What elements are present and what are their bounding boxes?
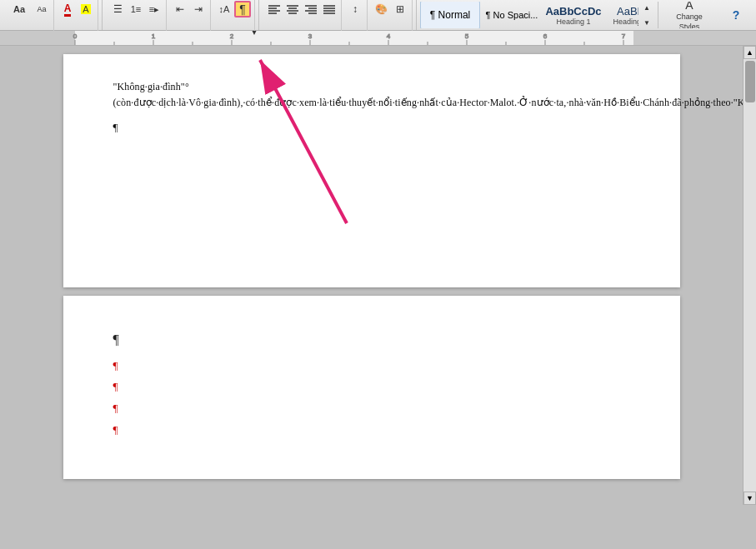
font-size-btn[interactable]: Aa	[7, 1, 32, 17]
font-small-btn[interactable]: Aa	[33, 1, 50, 17]
style-no-spacing[interactable]: ¶ No Spaci...	[482, 2, 542, 28]
change-styles-label: Change Styles	[676, 12, 703, 28]
multilevel-list-btn[interactable]: ≡▸	[146, 1, 163, 17]
page2-mark1: ¶	[113, 329, 630, 351]
doc-scroll[interactable]: "Không·gia·đình"°(còn·được·dịch·là·Vô·gi…	[0, 46, 743, 505]
scroll-down-btn[interactable]: ▼	[743, 492, 756, 505]
style-heading1-label: Heading 1	[556, 17, 590, 26]
justify-btn[interactable]	[321, 1, 338, 17]
page2-mark5: ¶	[113, 422, 630, 439]
shading-btn[interactable]: 🎨	[373, 1, 390, 17]
ribbon-top: Aa Aa A A ☰ 1≡ ≡▸	[0, 0, 756, 31]
svg-text:3: 3	[308, 32, 313, 40]
align-right-btn[interactable]	[303, 1, 319, 17]
page1-paragraph2: ¶	[113, 119, 630, 137]
style-normal[interactable]: ¶ Normal	[420, 2, 480, 28]
page2-content: ¶ ¶ ¶ ¶ ¶	[113, 321, 630, 439]
page2-mark2: ¶	[113, 357, 630, 375]
style-heading1[interactable]: AaBbCcDc Heading 1	[543, 2, 603, 28]
svg-text:0: 0	[73, 32, 78, 40]
svg-rect-18	[75, 31, 633, 45]
page2-mark4: ¶	[113, 400, 630, 417]
align-center-btn[interactable]	[284, 1, 301, 17]
borders-btn[interactable]: ⊞	[392, 1, 408, 17]
font-color-btn[interactable]: A	[59, 1, 76, 17]
page1-paragraph: "Không·gia·đình"°(còn·được·dịch·là·Vô·gi…	[113, 79, 630, 111]
sort-btn[interactable]: ↕A	[216, 1, 233, 17]
svg-text:2: 2	[230, 32, 234, 40]
show-hide-btn[interactable]: ¶	[234, 1, 251, 17]
svg-text:5: 5	[465, 32, 469, 40]
svg-rect-16	[0, 31, 75, 45]
page-1[interactable]: "Không·gia·đình"°(còn·được·dịch·là·Vô·gi…	[63, 54, 680, 287]
scroll-up-btn[interactable]: ▲	[743, 46, 756, 59]
change-styles-btn[interactable]: A Change Styles	[661, 2, 718, 28]
decrease-indent-btn[interactable]: ⇤	[172, 1, 188, 17]
styles-scroll-up-btn[interactable]: ▲	[638, 2, 655, 15]
page-2[interactable]: ¶ ¶ ¶ ¶ ¶	[63, 296, 680, 479]
help-btn[interactable]: ?	[728, 7, 744, 23]
svg-text:4: 4	[387, 32, 391, 40]
svg-text:1: 1	[152, 32, 156, 40]
scrollbar-thumb[interactable]	[745, 61, 755, 102]
styles-scroll-down-btn[interactable]: ▼	[638, 15, 655, 28]
svg-text:6: 6	[543, 32, 548, 40]
text-highlight-btn[interactable]: A	[78, 1, 94, 17]
line-spacing-btn[interactable]: ↕	[347, 1, 363, 17]
numbered-list-btn[interactable]: 1≡	[128, 1, 144, 17]
align-left-btn[interactable]	[266, 1, 283, 17]
document-area: "Không·gia·đình"°(còn·được·dịch·là·Vô·gi…	[0, 46, 756, 505]
vertical-scrollbar[interactable]: ▲ ▼	[743, 46, 756, 505]
style-heading1-preview: AaBbCcDc	[545, 5, 601, 17]
svg-rect-17	[633, 31, 756, 45]
style-normal-preview: ¶ Normal	[430, 9, 470, 21]
ruler: 0 1 2 3 4 5 6 7	[0, 31, 756, 46]
bullet-list-btn[interactable]: ☰	[109, 1, 126, 17]
style-heading2[interactable]: AaBb Heading 2	[605, 2, 638, 28]
style-no-spacing-preview: ¶ No Spaci...	[486, 10, 538, 20]
style-heading2-label: Heading 2	[613, 17, 638, 26]
change-styles-icon: A	[685, 2, 693, 12]
svg-text:7: 7	[622, 32, 626, 40]
page2-mark3: ¶	[113, 378, 630, 396]
increase-indent-btn[interactable]: ⇥	[190, 1, 207, 17]
style-heading2-preview: AaBb	[617, 5, 638, 17]
